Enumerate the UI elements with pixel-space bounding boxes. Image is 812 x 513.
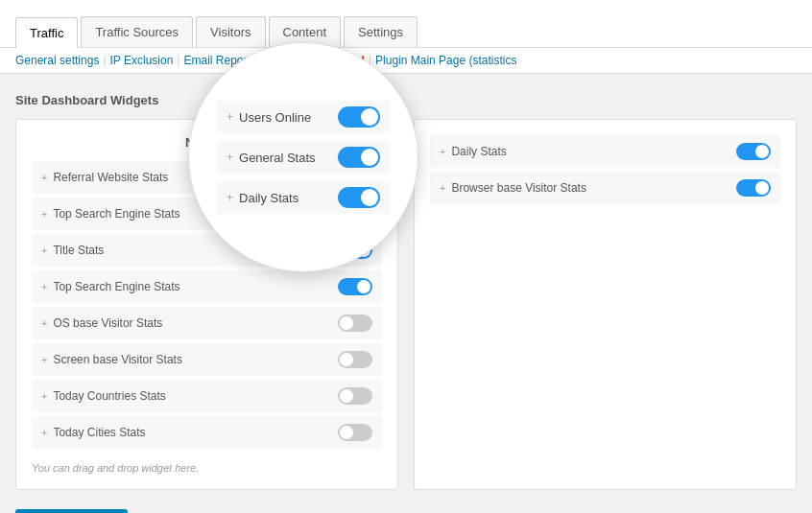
zoom-item-users-online: + Users Online — [217, 101, 390, 133]
plus-icon: + — [41, 317, 47, 329]
item-label: Top Search Engine Stats — [53, 280, 179, 293]
list-item: + Screen base Visitor Stats — [32, 343, 382, 376]
sep-1: | — [103, 54, 106, 67]
tab-traffic-sources[interactable]: Traffic Sources — [81, 16, 193, 47]
plus-icon: + — [41, 172, 47, 183]
zoom-item-daily-stats: + Daily Stats — [217, 181, 390, 214]
panel-right: + Daily Stats + Browser base Visitor Sta… — [414, 119, 797, 490]
plus-icon: + — [440, 146, 445, 157]
zoom-plus-icon-general: + — [227, 151, 233, 164]
top-nav: Traffic Traffic Sources Visitors Content… — [0, 0, 812, 48]
list-item: + Top Search Engine Stats — [32, 270, 382, 303]
plus-icon: + — [41, 390, 47, 402]
sub-nav: General settings | IP Exclusion | Email … — [0, 48, 812, 74]
save-button[interactable]: Save Changes — [15, 509, 128, 513]
drag-hint: You can drag and drop widget here. — [32, 462, 382, 474]
item-label: Top Search Engine Stats — [53, 207, 179, 221]
item-label: Daily Stats — [451, 145, 506, 158]
zoom-item-general-stats: + General Stats — [217, 141, 390, 174]
plus-icon: + — [41, 281, 47, 292]
list-item: + Daily Stats — [430, 135, 780, 168]
zoom-toggle-general[interactable] — [338, 147, 380, 168]
main-content: Site Dashboard Widgets + Users Online — [0, 74, 812, 513]
toggle-top-search2[interactable] — [338, 278, 372, 295]
toggle-os-visitor[interactable] — [338, 315, 372, 332]
plus-icon: + — [41, 427, 47, 438]
plus-icon: + — [41, 245, 47, 256]
item-label: Title Stats — [53, 244, 104, 257]
zoom-label-users: Users Online — [239, 110, 311, 125]
list-item: + OS base Visitor Stats — [32, 307, 382, 339]
tab-settings[interactable]: Settings — [344, 16, 418, 47]
item-label: OS base Visitor Stats — [53, 316, 162, 330]
zoom-label-daily: Daily Stats — [239, 191, 299, 205]
item-label: Referral Website Stats — [53, 171, 168, 184]
toggle-daily-stats[interactable] — [736, 143, 771, 160]
list-item: + Today Cities Stats — [32, 416, 382, 449]
list-item: + Browser base Visitor Stats — [430, 172, 780, 204]
plus-icon: + — [440, 182, 445, 194]
toggle-today-countries[interactable] — [338, 387, 372, 405]
item-label: Screen base Visitor Stats — [53, 353, 182, 366]
item-label: Today Cities Stats — [53, 426, 145, 439]
zoom-overlay: + Users Online + General Stats — [188, 42, 418, 272]
tab-traffic[interactable]: Traffic — [15, 17, 78, 48]
sep-2: | — [177, 54, 179, 67]
zoom-plus-icon-daily: + — [227, 191, 233, 204]
toggle-browser-visitor[interactable] — [736, 179, 771, 197]
toggle-today-cities[interactable] — [338, 424, 372, 441]
zoom-label-general: General Stats — [239, 151, 316, 165]
item-label: Browser base Visitor Stats — [451, 181, 586, 195]
zoom-toggle-daily[interactable] — [338, 187, 380, 208]
subnav-ip-exclusion[interactable]: IP Exclusion — [110, 54, 174, 67]
toggle-screen-visitor[interactable] — [338, 351, 372, 368]
item-label: Today Countries Stats — [53, 389, 165, 403]
zoom-plus-icon-users: + — [227, 110, 233, 124]
zoom-toggle-users[interactable] — [338, 106, 380, 128]
plus-icon: + — [41, 208, 47, 220]
list-item: + Today Countries Stats — [32, 380, 382, 412]
tab-visitors[interactable]: Visitors — [196, 16, 265, 47]
subnav-general[interactable]: General settings — [15, 54, 99, 67]
subnav-plugin-page[interactable]: Plugin Main Page (statistics — [375, 54, 516, 67]
widgets-container: + Users Online + General Stats — [15, 119, 797, 490]
plus-icon: + — [41, 354, 47, 365]
